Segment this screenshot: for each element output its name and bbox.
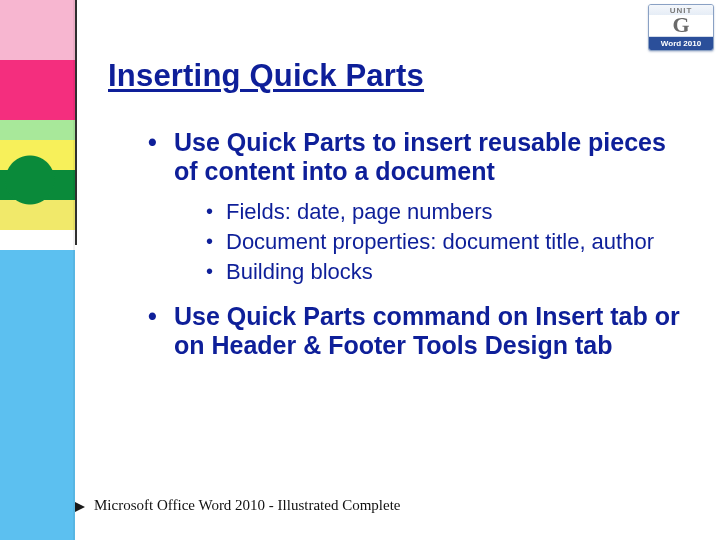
slide-footer: Microsoft Office Word 2010 - Illustrated… — [94, 497, 401, 514]
list-item: Document properties: document title, aut… — [206, 229, 685, 255]
list-item-text: Building blocks — [226, 259, 373, 284]
footer-arrow-icon — [75, 502, 85, 512]
list-item: Fields: date, page numbers — [206, 199, 685, 225]
bullet-list-level1: Use Quick Parts to insert reusable piece… — [108, 128, 685, 360]
list-item: Use Quick Parts command on Insert tab or… — [148, 302, 685, 361]
slide-content: Inserting Quick Parts Use Quick Parts to… — [80, 0, 715, 540]
list-item: Use Quick Parts to insert reusable piece… — [148, 128, 685, 286]
vertical-rule — [75, 0, 77, 245]
list-item-text: Use Quick Parts to insert reusable piece… — [174, 128, 666, 185]
list-item-text: Fields: date, page numbers — [226, 199, 493, 224]
bullet-list-level2: Fields: date, page numbers Document prop… — [174, 199, 685, 286]
slide-title: Inserting Quick Parts — [108, 58, 685, 94]
list-item-text: Document properties: document title, aut… — [226, 229, 654, 254]
list-item-text: Use Quick Parts command on Insert tab or… — [174, 302, 680, 359]
list-item: Building blocks — [206, 259, 685, 285]
decorative-sidebar-art — [0, 0, 75, 540]
